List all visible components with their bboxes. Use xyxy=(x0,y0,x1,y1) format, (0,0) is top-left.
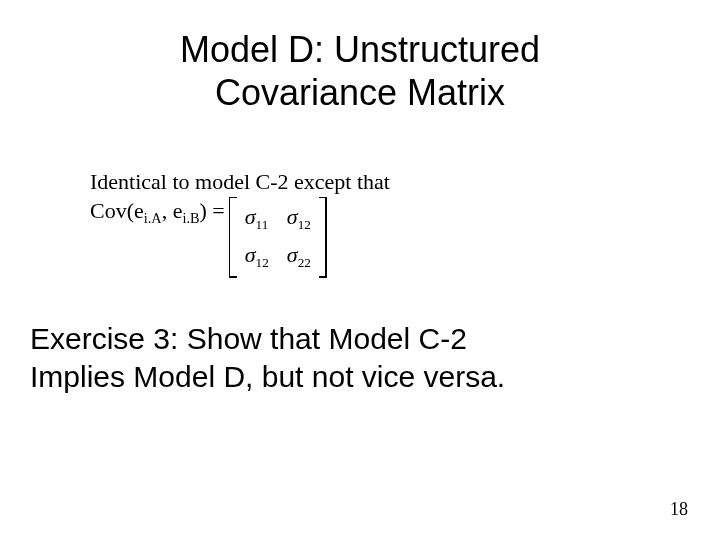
title-line-1: Model D: Unstructured xyxy=(180,29,540,70)
left-bracket-icon xyxy=(229,197,237,278)
covariance-matrix: σ11 σ12 σ12 σ22 xyxy=(229,197,327,278)
covariance-expression: Cov(ei.A, ei.B) = xyxy=(90,197,225,228)
right-bracket-icon xyxy=(319,197,327,278)
matrix-cells: σ11 σ12 σ12 σ22 xyxy=(237,197,319,278)
cov-sub-ib: i.B xyxy=(182,210,199,226)
sigma-22: σ22 xyxy=(287,241,311,272)
slide: Model D: Unstructured Covariance Matrix … xyxy=(0,0,720,540)
sigma-12-top: σ12 xyxy=(287,203,311,234)
body-block: Identical to model C-2 except that Cov(e… xyxy=(90,168,650,278)
cov-mid: , e xyxy=(162,198,183,223)
exercise-line-1: Exercise 3: Show that Model C-2 xyxy=(30,322,467,355)
sigma-12-bottom: σ12 xyxy=(245,241,269,272)
cov-suffix: ) = xyxy=(200,198,225,223)
slide-title: Model D: Unstructured Covariance Matrix xyxy=(0,28,720,114)
page-number: 18 xyxy=(670,499,688,520)
intro-text: Identical to model C-2 except that xyxy=(90,168,650,197)
sigma-11: σ11 xyxy=(245,203,269,234)
exercise-line-2: Implies Model D, but not vice versa. xyxy=(30,360,505,393)
covariance-line: Cov(ei.A, ei.B) = σ11 σ12 σ12 σ22 xyxy=(90,197,650,278)
title-line-2: Covariance Matrix xyxy=(215,72,505,113)
cov-sub-ia: i.A xyxy=(144,210,162,226)
cov-prefix: Cov(e xyxy=(90,198,144,223)
exercise-text: Exercise 3: Show that Model C-2 Implies … xyxy=(30,320,690,395)
